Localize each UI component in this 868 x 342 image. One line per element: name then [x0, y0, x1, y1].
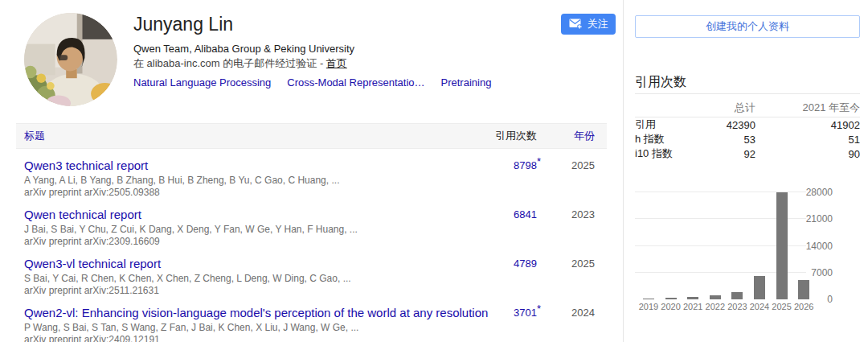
- profile-name: Junyang Lin: [133, 14, 507, 35]
- article-year: 2023: [547, 208, 607, 247]
- article-row: Qwen3-vl technical report S Bai, Y Cai, …: [16, 247, 607, 296]
- article-venue: arXiv preprint arXiv:2511.21631: [24, 285, 489, 296]
- article-authors: S Bai, Y Cai, R Chen, K Chen, X Chen, Z …: [24, 273, 489, 285]
- content-sidebar-divider: [623, 0, 624, 342]
- stats-row-label: 引用: [635, 117, 707, 132]
- follow-button[interactable]: 关注: [561, 14, 616, 35]
- cited-by-header: 引用次数: [489, 129, 537, 143]
- stats-value-since: 41902: [768, 119, 860, 131]
- article-main: Qwen3 technical report A Yang, A Li, B Y…: [16, 159, 489, 198]
- articles-table-header: 标题 引用次数 年份: [16, 123, 607, 149]
- cited-count-link[interactable]: 6841: [514, 208, 537, 220]
- profile-photo[interactable]: [24, 13, 117, 106]
- stats-row-citations: 引用 42390 41902: [635, 117, 860, 132]
- stats-row-i10index: i10 指数 92 90: [635, 146, 860, 161]
- chart-ytick-label: 7000: [784, 267, 833, 278]
- stats-value-since: 51: [768, 134, 860, 146]
- chart-xtick-label: 2026: [788, 302, 820, 311]
- homepage-link[interactable]: 首页: [326, 57, 347, 69]
- stats-col-all: 总计: [707, 101, 768, 115]
- article-main: Qwen2-vl: Enhancing vision-language mode…: [16, 306, 489, 342]
- interest-link-pretraining[interactable]: Pretraining: [441, 76, 492, 89]
- profile-photo-image: [24, 13, 117, 106]
- article-title-link[interactable]: Qwen technical report: [24, 208, 489, 221]
- merged-citations-star[interactable]: *: [537, 303, 547, 342]
- article-title-link[interactable]: Qwen3 technical report: [24, 159, 489, 172]
- chart-ytick-label: 21000: [784, 213, 833, 225]
- interests-list: Natural Language ProcessingCross-Modal R…: [133, 76, 507, 89]
- interest-link-nlp[interactable]: Natural Language Processing: [133, 76, 271, 89]
- sort-by-year-header[interactable]: 年份: [547, 129, 607, 143]
- article-year: 2024: [547, 306, 607, 342]
- stats-header-row: 总计 2021 年至今: [635, 98, 860, 117]
- profile-info: Junyang Lin Qwen Team, Alibaba Group & P…: [133, 14, 507, 89]
- interest-link-crossmodal[interactable]: Cross-Modal Representatio…: [287, 76, 424, 89]
- cited-count-link[interactable]: 4789: [514, 258, 537, 270]
- sort-by-title-header[interactable]: 标题: [16, 129, 489, 143]
- merged-citations-star: [537, 204, 547, 244]
- chart-bar-2020[interactable]: [665, 298, 677, 299]
- chart-bar-2019[interactable]: [643, 299, 654, 299]
- article-cited-count: 4789: [489, 257, 537, 296]
- cited-by-heading: 引用次数: [635, 74, 686, 91]
- chart-bar-2023[interactable]: [731, 292, 743, 299]
- article-title-link[interactable]: Qwen3-vl technical report: [24, 257, 489, 270]
- stats-value-since: 90: [768, 148, 860, 160]
- stats-row-label: h 指数: [635, 132, 707, 146]
- chart-bar-2024[interactable]: [754, 276, 765, 299]
- article-venue: arXiv preprint arXiv:2409.12191: [24, 334, 489, 342]
- create-profile-button[interactable]: 创建我的个人资料: [635, 15, 860, 38]
- article-cited-count: 3701: [489, 306, 537, 342]
- follow-button-label: 关注: [588, 17, 608, 31]
- article-row: Qwen technical report J Bai, S Bai, Y Ch…: [16, 198, 607, 247]
- article-row: Qwen2-vl: Enhancing vision-language mode…: [16, 296, 607, 342]
- stats-row-label: i10 指数: [635, 146, 707, 161]
- merged-citations-star[interactable]: *: [537, 155, 547, 195]
- article-year: 2025: [547, 159, 607, 198]
- sidebar-divider-line: [635, 93, 860, 94]
- profile-affiliation: Qwen Team, Alibaba Group & Peking Univer…: [133, 42, 507, 56]
- stats-row-hindex: h 指数 53 51: [635, 132, 860, 146]
- citations-chart-plot: [635, 192, 806, 299]
- article-venue: arXiv preprint arXiv:2505.09388: [24, 187, 489, 198]
- article-cited-count: 8798: [489, 159, 537, 198]
- verified-email-line: 在 alibaba-inc.com 的电子邮件经过验证 - 首页: [133, 56, 507, 70]
- cited-count-link[interactable]: 8798: [514, 159, 537, 171]
- chart-bar-2022[interactable]: [710, 295, 721, 299]
- articles-table: 标题 引用次数 年份 Qwen3 technical report A Yang…: [16, 123, 607, 342]
- article-authors: A Yang, A Li, B Yang, B Zhang, B Hui, B …: [24, 175, 489, 187]
- article-authors: J Bai, S Bai, Y Chu, Z Cui, K Dang, X De…: [24, 224, 489, 236]
- cited-count-link[interactable]: 3701: [514, 307, 537, 319]
- chart-ytick-label: 28000: [784, 187, 833, 198]
- article-title-link[interactable]: Qwen2-vl: Enhancing vision-language mode…: [24, 306, 489, 319]
- verified-email-text: 在 alibaba-inc.com 的电子邮件经过验证 -: [133, 57, 326, 69]
- scholar-profile-page: Junyang Lin Qwen Team, Alibaba Group & P…: [0, 0, 868, 342]
- article-authors: P Wang, S Bai, S Tan, S Wang, Z Fan, J B…: [24, 322, 489, 334]
- article-venue: arXiv preprint arXiv:2309.16609: [24, 236, 489, 247]
- article-cited-count: 6841: [489, 208, 537, 247]
- stats-value-all: 92: [707, 148, 768, 160]
- merged-citations-star: [537, 253, 547, 293]
- article-main: Qwen technical report J Bai, S Bai, Y Ch…: [16, 208, 489, 247]
- citation-stats-table: 总计 2021 年至今 引用 42390 41902 h 指数 53 51 i1…: [635, 98, 860, 161]
- article-main: Qwen3-vl technical report S Bai, Y Cai, …: [16, 257, 489, 296]
- citations-per-year-chart: 0700014000210002800020192020202120222023…: [635, 192, 860, 315]
- sidebar: 创建我的个人资料 引用次数 总计 2021 年至今 引用 42390 41902…: [635, 0, 860, 342]
- stats-col-since: 2021 年至今: [768, 101, 860, 115]
- envelope-plus-icon: [569, 19, 583, 30]
- chart-ytick-label: 14000: [784, 241, 833, 252]
- article-year: 2025: [547, 257, 607, 296]
- stats-value-all: 53: [707, 134, 768, 146]
- article-row: Qwen3 technical report A Yang, A Li, B Y…: [16, 149, 607, 198]
- chart-bar-2021[interactable]: [687, 297, 698, 299]
- stats-value-all: 42390: [707, 119, 768, 131]
